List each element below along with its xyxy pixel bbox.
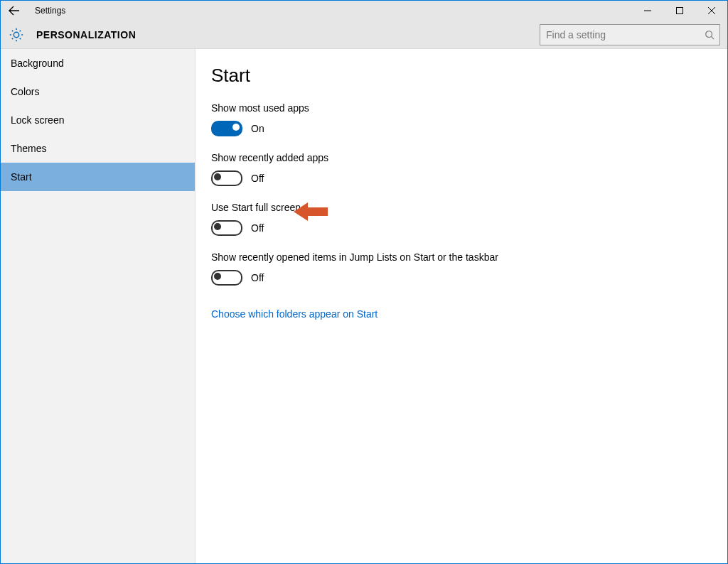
- sidebar-item-label: Start: [11, 171, 32, 183]
- maximize-icon: [675, 6, 684, 15]
- svg-line-5: [712, 36, 714, 39]
- header-strip: PERSONALIZATION: [1, 21, 727, 49]
- content-pane: Start Show most used apps On Show recent…: [196, 49, 727, 563]
- option-show-recently-added: Show recently added apps Off: [211, 152, 713, 186]
- sidebar-item-label: Themes: [11, 143, 47, 154]
- search-icon: [700, 25, 719, 45]
- toggle-show-recently-added[interactable]: [211, 170, 242, 186]
- search-box[interactable]: [540, 24, 720, 45]
- maximize-button[interactable]: [663, 1, 695, 21]
- svg-rect-1: [676, 8, 682, 14]
- sidebar-item-start[interactable]: Start: [1, 163, 195, 191]
- gear-icon: [9, 27, 24, 43]
- svg-point-4: [706, 31, 712, 37]
- toggle-state: Off: [251, 272, 264, 283]
- toggle-show-jump-list[interactable]: [211, 270, 242, 286]
- option-label: Show recently added apps: [211, 152, 713, 163]
- minimize-icon: [643, 6, 652, 15]
- back-button[interactable]: [1, 1, 28, 21]
- sidebar-item-lock-screen[interactable]: Lock screen: [1, 106, 195, 134]
- back-arrow-icon: [9, 5, 20, 16]
- sidebar-item-label: Colors: [11, 86, 39, 97]
- option-label: Show recently opened items in Jump Lists…: [211, 251, 713, 263]
- search-input[interactable]: [540, 24, 700, 45]
- toggle-state: On: [251, 123, 264, 134]
- choose-folders-link[interactable]: Choose which folders appear on Start: [211, 308, 378, 320]
- window-controls: [631, 1, 727, 21]
- toggle-show-most-used[interactable]: [211, 121, 242, 136]
- sidebar-item-themes[interactable]: Themes: [1, 134, 195, 163]
- settings-window: Settings: [0, 0, 728, 564]
- option-use-start-full-screen: Use Start full screen Off: [211, 202, 713, 236]
- close-icon: [707, 6, 716, 15]
- minimize-button[interactable]: [631, 1, 663, 21]
- section-title: PERSONALIZATION: [36, 29, 136, 40]
- sidebar-item-label: Background: [11, 58, 64, 69]
- toggle-use-start-full-screen[interactable]: [211, 220, 242, 236]
- toggle-state: Off: [251, 173, 264, 184]
- toggle-state: Off: [251, 222, 264, 234]
- option-label: Show most used apps: [211, 102, 713, 114]
- titlebar: Settings: [1, 1, 727, 21]
- sidebar: Background Colors Lock screen Themes Sta…: [1, 49, 196, 563]
- sidebar-item-colors[interactable]: Colors: [1, 77, 195, 106]
- sidebar-item-background[interactable]: Background: [1, 49, 195, 77]
- option-show-jump-list: Show recently opened items in Jump Lists…: [211, 251, 713, 286]
- window-title: Settings: [35, 1, 65, 21]
- option-show-most-used: Show most used apps On: [211, 102, 713, 136]
- option-label: Use Start full screen: [211, 202, 713, 213]
- close-button[interactable]: [695, 1, 727, 21]
- page-title: Start: [211, 65, 713, 87]
- body: Background Colors Lock screen Themes Sta…: [1, 49, 727, 563]
- sidebar-item-label: Lock screen: [11, 114, 64, 126]
- settings-home-button[interactable]: [6, 25, 26, 45]
